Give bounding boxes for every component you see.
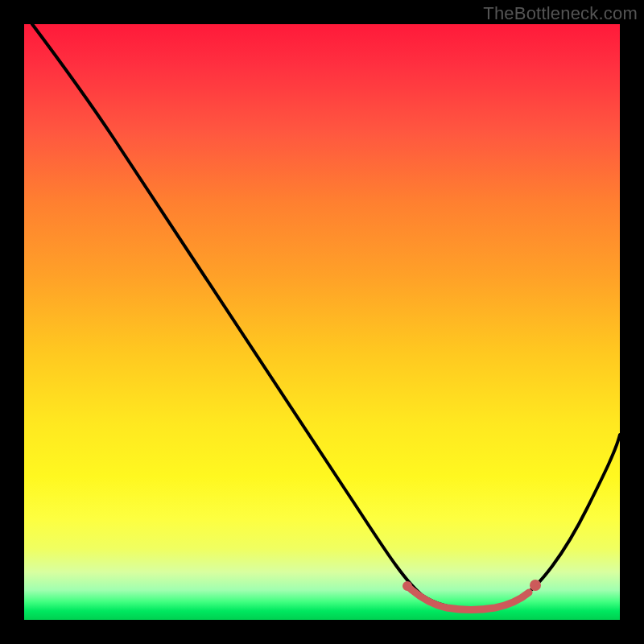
chart-plot-area xyxy=(24,24,620,620)
curve-path xyxy=(32,24,620,609)
chart-frame: TheBottleneck.com xyxy=(0,0,644,644)
highlight-dot-left xyxy=(402,581,412,591)
highlight-dot-right xyxy=(530,580,541,591)
watermark-text: TheBottleneck.com xyxy=(483,3,638,24)
highlight-segment xyxy=(407,586,529,610)
bottleneck-curve xyxy=(24,24,620,620)
